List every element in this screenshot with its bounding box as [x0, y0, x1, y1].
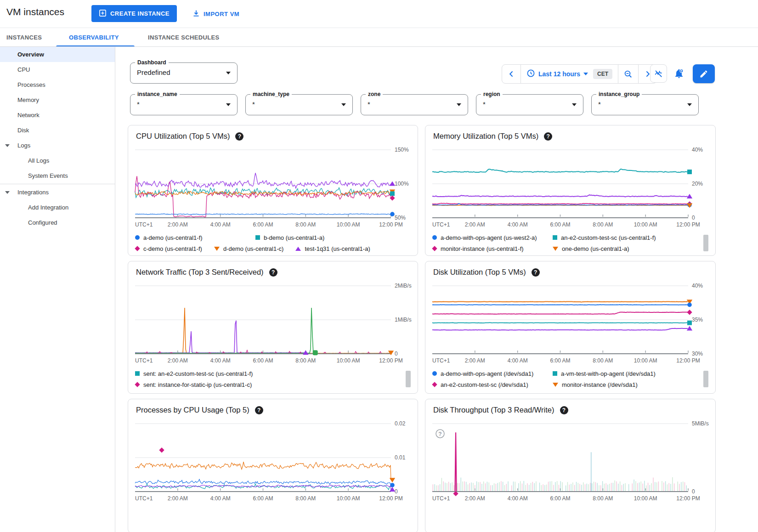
- time-range-selector[interactable]: Last 12 hours CET: [520, 65, 618, 83]
- legend-scrollbar[interactable]: [703, 235, 708, 251]
- chart-title: Processes by CPU Usage (Top 5): [136, 406, 249, 414]
- zoom-out-button[interactable]: [618, 65, 638, 83]
- sidebar-item-memory[interactable]: Memory: [0, 92, 115, 108]
- svg-text:0: 0: [395, 351, 398, 357]
- help-icon[interactable]: ?: [544, 132, 552, 141]
- svg-text:12:00 PM: 12:00 PM: [379, 357, 402, 364]
- legend-item[interactable]: sent: instance-for-static-ip (us-central…: [135, 381, 252, 388]
- dropdown-caret-icon: [457, 103, 461, 106]
- filter-instance-group[interactable]: instance_group *: [591, 94, 699, 115]
- sidebar-item-add-integration[interactable]: Add Integration: [0, 200, 115, 215]
- tri-down-marker-icon: [553, 247, 558, 251]
- tab-instance-schedules[interactable]: INSTANCE SCHEDULES: [148, 31, 220, 43]
- sidebar-item-processes[interactable]: Processes: [0, 77, 115, 92]
- alerting-bell-button[interactable]: [671, 66, 687, 82]
- svg-text:150%: 150%: [395, 147, 409, 153]
- create-instance-icon: [99, 9, 107, 18]
- chart-plot[interactable]: 0.020.010UTC+12:00 AM4:00 AM6:00 AM8:00 …: [128, 399, 418, 532]
- auto-refresh-off-icon: [654, 69, 663, 78]
- chart-plot[interactable]: 5MiB/s0UTC+12:00 AM4:00 AM6:00 AM8:00 AM…: [425, 399, 715, 532]
- svg-text:UTC+1: UTC+1: [432, 357, 450, 364]
- help-icon[interactable]: ?: [532, 268, 540, 277]
- auto-refresh-off-button[interactable]: [650, 64, 667, 83]
- svg-text:?: ?: [438, 431, 441, 437]
- dashboard-select[interactable]: Dashboard Predefined: [130, 62, 238, 84]
- svg-text:4:00 AM: 4:00 AM: [508, 357, 528, 364]
- svg-text:2:00 AM: 2:00 AM: [465, 357, 485, 364]
- legend-item[interactable]: d-demo (us-central1-c): [214, 245, 284, 252]
- sidebar-item-integrations[interactable]: Integrations: [0, 185, 115, 200]
- dropdown-caret-icon: [341, 103, 346, 106]
- square-marker-icon: [553, 371, 557, 376]
- sidebar-item-system-events[interactable]: System Events: [0, 168, 115, 183]
- chart-legend: a-demo-with-ops-agent (/dev/sda1)a-vm-te…: [432, 368, 707, 390]
- legend-item[interactable]: b-demo (us-central1-a): [255, 234, 324, 241]
- tab-observability[interactable]: OBSERVABILITY: [69, 31, 119, 43]
- chevron-down-icon: [5, 191, 10, 194]
- sidebar-item-disk[interactable]: Disk: [0, 123, 115, 138]
- legend-item[interactable]: an-e2-custom-test-sc (/dev/sda1): [432, 381, 553, 388]
- legend-item[interactable]: monitor-instance (us-central1-f): [432, 245, 553, 252]
- svg-text:100%: 100%: [395, 181, 409, 187]
- dropdown-caret-icon: [687, 103, 692, 106]
- sidebar-item-configured[interactable]: Configured: [0, 215, 115, 230]
- svg-text:2:00 AM: 2:00 AM: [168, 221, 188, 228]
- svg-text:10:00 AM: 10:00 AM: [634, 495, 657, 502]
- dropdown-caret-icon: [583, 73, 588, 75]
- legend-label: monitor-instance (/dev/sda1): [562, 381, 638, 388]
- svg-text:12:00 PM: 12:00 PM: [676, 495, 700, 502]
- svg-text:UTC+1: UTC+1: [135, 221, 153, 228]
- network-traffic-card: 2MiB/s1MiB/s0UTC+12:00 AM4:00 AM6:00 AM8…: [128, 261, 418, 394]
- sidebar-item-logs[interactable]: Logs: [0, 138, 115, 153]
- legend-item[interactable]: a-demo-with-ops-agent (/dev/sda1): [432, 370, 553, 377]
- legend-item[interactable]: a-demo-with-ops-agent (us-west2-a): [432, 234, 553, 241]
- import-vm-button[interactable]: IMPORT VM: [189, 6, 242, 22]
- create-instance-button[interactable]: CREATE INSTANCE: [91, 5, 177, 22]
- legend-scrollbar[interactable]: [406, 371, 411, 387]
- time-back-button[interactable]: [502, 65, 520, 83]
- help-icon[interactable]: ?: [560, 406, 568, 414]
- filter-instance-name[interactable]: instance_name *: [130, 94, 238, 115]
- svg-text:2MiB/s: 2MiB/s: [395, 283, 412, 289]
- legend-item[interactable]: an-e2-custom-test-sc (us-central1-f): [553, 234, 656, 241]
- help-icon[interactable]: ?: [235, 132, 243, 141]
- sidebar-item-cpu[interactable]: CPU: [0, 62, 115, 77]
- svg-text:8:00 AM: 8:00 AM: [295, 495, 316, 502]
- svg-text:10:00 AM: 10:00 AM: [634, 357, 657, 364]
- svg-text:8:00 AM: 8:00 AM: [593, 495, 613, 502]
- dropdown-caret-icon: [572, 103, 577, 106]
- legend-label: a-demo-with-ops-agent (/dev/sda1): [441, 370, 533, 377]
- filter-machine-type[interactable]: machine_type *: [245, 94, 353, 115]
- svg-text:4:00 AM: 4:00 AM: [508, 221, 528, 228]
- legend-item[interactable]: a-demo (us-central1-f): [135, 234, 255, 241]
- legend-item[interactable]: sent: an-e2-custom-test-sc (us-central1-…: [135, 370, 253, 377]
- processes-by-cpu-card: 0.020.010UTC+12:00 AM4:00 AM6:00 AM8:00 …: [128, 399, 418, 532]
- help-icon[interactable]: ?: [269, 268, 277, 277]
- filter-region[interactable]: region *: [476, 94, 583, 115]
- svg-text:4:00 AM: 4:00 AM: [210, 221, 231, 228]
- legend-item[interactable]: one-demo (us-central1-a): [553, 245, 629, 252]
- tab-instances[interactable]: INSTANCES: [6, 31, 42, 43]
- sidebar-item-overview[interactable]: Overview: [0, 47, 115, 62]
- filter-zone[interactable]: zone *: [361, 94, 468, 115]
- legend-label: monitor-instance (us-central1-f): [441, 245, 524, 252]
- chart-legend: a-demo-with-ops-agent (us-west2-a)an-e2-…: [432, 232, 707, 254]
- legend-item[interactable]: monitor-instance (/dev/sda1): [553, 381, 638, 388]
- svg-text:UTC+1: UTC+1: [432, 221, 450, 228]
- svg-text:UTC+1: UTC+1: [135, 495, 153, 502]
- sidebar-item-network[interactable]: Network: [0, 108, 115, 123]
- edit-dashboard-button[interactable]: [693, 64, 715, 83]
- legend-scrollbar[interactable]: [703, 371, 708, 387]
- tri-down-marker-icon: [214, 247, 220, 251]
- help-icon[interactable]: ?: [255, 406, 263, 414]
- svg-text:10:00 AM: 10:00 AM: [337, 357, 360, 364]
- legend-item[interactable]: a-vm-test-with-op-agent (/dev/sda1): [553, 370, 656, 377]
- svg-text:UTC+1: UTC+1: [432, 495, 450, 502]
- legend-item[interactable]: test-1q31 (us-central1-a): [295, 245, 370, 252]
- sidebar-item-all-logs[interactable]: All Logs: [0, 153, 115, 168]
- diamond-marker-icon: [432, 382, 437, 387]
- legend-item[interactable]: c-demo (us-central1-f): [135, 245, 202, 252]
- chevron-down-icon: [5, 144, 10, 147]
- memory-utilization-card: 40%20%0UTC+12:00 AM4:00 AM6:00 AM8:00 AM…: [425, 125, 716, 256]
- circle-marker-icon: [432, 235, 437, 240]
